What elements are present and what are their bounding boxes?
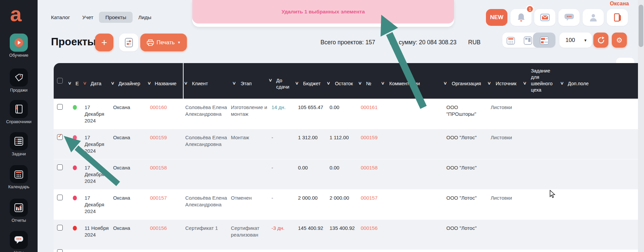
cell-num[interactable]: 000157 (361, 195, 384, 201)
nav-uchet[interactable]: Учет (82, 12, 93, 23)
cell-designer: Оксана (113, 195, 147, 201)
row-checkbox[interactable] (57, 104, 63, 110)
table-row[interactable]: 17 Декабря 2024Оксана000160Соловьёва Еле… (54, 99, 644, 129)
app-logo[interactable]: a (10, 5, 29, 23)
cell-rest: 2 000.00 (330, 195, 360, 201)
sort-chevron-icon[interactable]: ∨ (560, 81, 564, 86)
sidebar-item-7[interactable]: Чаты (0, 231, 38, 252)
sidebar-item-1[interactable]: Обучение (0, 34, 38, 58)
table-row[interactable]: 17 Декабря 2024Оксана000158-0.000.000001… (54, 159, 644, 189)
sort-chevron-icon[interactable]: ∨ (443, 81, 447, 86)
view-calendar-button[interactable] (506, 36, 515, 46)
sort-chevron-icon[interactable]: ∨ (68, 81, 72, 86)
column-header-5[interactable]: Клиент (192, 81, 219, 87)
cell-num[interactable]: 000156 (361, 225, 384, 232)
sidebar-item-6[interactable]: Отчеты (0, 199, 38, 223)
row-checkbox[interactable] (57, 164, 63, 170)
column-header-9[interactable]: Остаток (335, 81, 358, 87)
column-header-1[interactable]: Е (76, 81, 82, 87)
cell-name[interactable]: 000157 (150, 195, 182, 201)
view-list-button[interactable] (540, 36, 549, 46)
sort-chevron-icon[interactable]: ∨ (184, 81, 188, 86)
column-header-13[interactable]: Источник (496, 81, 526, 87)
sort-chevron-icon[interactable]: ∨ (111, 81, 115, 86)
cell-stage: Монтаж (231, 134, 268, 141)
cell-name[interactable]: 000159 (150, 134, 182, 141)
logout-button[interactable] (607, 9, 628, 26)
cell-num[interactable]: 000161 (361, 104, 384, 111)
status-dot[interactable] (73, 135, 77, 140)
table-row[interactable]: ✓17 Декабря 2024Оксана000159Соловьёва Ел… (54, 129, 644, 159)
sort-chevron-icon[interactable]: ∨ (381, 81, 385, 86)
column-header-14[interactable]: Задание для швейного цеха (531, 68, 557, 93)
kanban-view-icon (524, 36, 532, 45)
sort-chevron-icon[interactable]: ∨ (358, 81, 362, 86)
cell-org: ООО "Лотос" (446, 195, 486, 201)
column-header-8[interactable]: Бюджет (303, 81, 327, 87)
mail-button[interactable] (534, 9, 555, 26)
sidebar-item-5[interactable]: Календарь (0, 165, 38, 189)
settings-button[interactable]: ⚙ (612, 33, 627, 48)
column-header-4[interactable]: Название (155, 81, 185, 87)
sort-chevron-icon[interactable]: ∨ (147, 81, 151, 86)
sidebar-item-2[interactable]: Продажи (0, 68, 38, 93)
print-caret-icon: ▼ (178, 41, 181, 44)
new-button[interactable]: NEW (486, 9, 507, 26)
profile-button[interactable] (583, 9, 604, 26)
status-dot[interactable] (73, 226, 77, 231)
column-header-15[interactable]: Доп.поле (568, 81, 595, 87)
cell-budget: 1 312.00 (298, 134, 329, 141)
row-checkbox[interactable]: ✓ (57, 134, 63, 140)
row-checkbox[interactable] (57, 249, 63, 252)
view-kanban-button[interactable] (524, 36, 532, 46)
sidebar-item-3[interactable]: Справочники (0, 100, 38, 124)
cell-name[interactable]: 000160 (150, 104, 182, 111)
print-button[interactable]: Печать ▼ (140, 34, 187, 51)
cell-designer: Оксана (113, 164, 147, 171)
cell-stage: Изготовление и монтаж (231, 104, 268, 117)
cell-source: Листовки (491, 104, 524, 111)
nav-katalog[interactable]: Каталог (51, 12, 70, 23)
row-checkbox[interactable] (57, 195, 63, 200)
add-project-button[interactable]: + (95, 34, 113, 51)
delete-selected-banner[interactable]: Удалить 1 выбранных элемента (192, 0, 454, 23)
status-dot[interactable] (73, 196, 77, 200)
select-all-checkbox[interactable] (57, 78, 63, 84)
sort-chevron-icon[interactable]: ∨ (327, 81, 331, 86)
cell-num[interactable]: 000159 (361, 134, 384, 141)
filter-settings-button[interactable] (119, 34, 138, 51)
column-header-11[interactable]: Комментарии (389, 81, 426, 87)
sort-chevron-icon[interactable]: ∨ (268, 78, 273, 83)
row-checkbox[interactable] (57, 225, 63, 231)
cell-name[interactable]: 000156 (150, 225, 182, 232)
column-header-7[interactable]: До сдачи (276, 78, 294, 90)
sort-chevron-icon[interactable]: ∨ (83, 81, 87, 86)
current-user-name[interactable]: Оксана (591, 1, 629, 7)
sort-chevron-icon[interactable]: ∨ (487, 81, 491, 86)
messages-button[interactable] (558, 9, 580, 26)
checkmark-icon: ✓ (58, 132, 62, 139)
status-dot[interactable] (73, 105, 77, 110)
cell-client: Соловьёва Елена Александровна (185, 134, 229, 148)
column-header-12[interactable]: Организация (452, 81, 489, 87)
column-header-10[interactable]: № (366, 81, 380, 87)
sort-chevron-icon[interactable]: ∨ (523, 81, 527, 86)
table-row[interactable]: 17 Декабря 2024Оксана000157Соловьёва Еле… (54, 189, 644, 219)
sidebar-item-4[interactable]: Задачи (0, 132, 38, 156)
refresh-button[interactable] (593, 33, 608, 48)
column-header-3[interactable]: Дизайнер (118, 81, 149, 87)
cell-designer: Оксана (113, 104, 147, 111)
print-button-label: Печать (157, 39, 175, 46)
sort-chevron-icon[interactable]: ∨ (232, 81, 236, 86)
column-header-6[interactable]: Этап (241, 81, 261, 87)
status-dot[interactable] (73, 165, 77, 170)
page-size-select[interactable]: 100 ▼ (559, 33, 592, 48)
nav-proekty-active[interactable]: Проекты (99, 12, 133, 23)
scrollbar-thumb[interactable] (639, 5, 643, 47)
table-row[interactable]: 11 Ноября 2024Оксана000156Сертификат 1Се… (54, 219, 644, 250)
nav-lidy[interactable]: Лиды (138, 12, 151, 23)
cell-num[interactable]: 000158 (361, 164, 384, 171)
partial-row (54, 250, 644, 252)
sort-chevron-icon[interactable]: ∨ (295, 81, 299, 86)
cell-name[interactable]: 000158 (150, 164, 182, 171)
